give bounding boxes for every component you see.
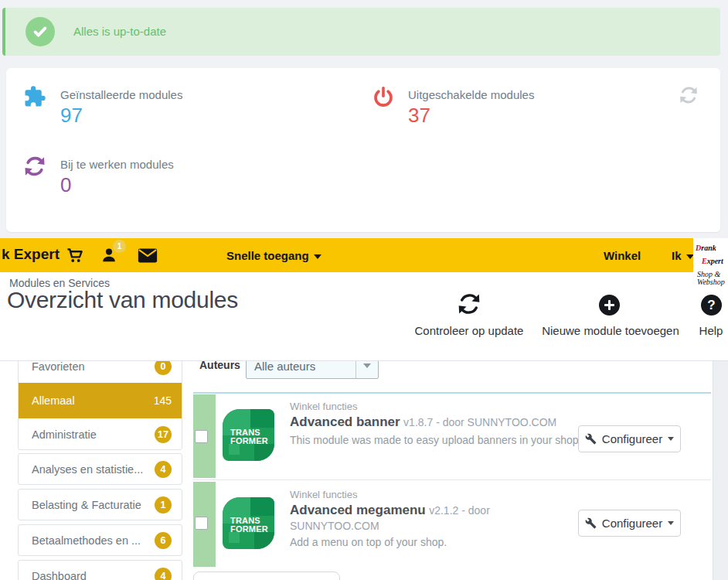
modules-stats-card: Geïnstalleerde modules 97 Uitgeschakelde…: [6, 68, 720, 232]
logo-text-line: FORMER: [230, 525, 268, 534]
update-modules-value: 0: [60, 173, 174, 197]
count-badge: 17: [155, 426, 172, 443]
configure-button[interactable]: Configureer: [578, 425, 681, 452]
count-text: 145: [154, 394, 172, 407]
quick-access-label: Snelle toegang: [226, 249, 309, 262]
update-modules-label: Bij te werken modules: [60, 158, 174, 171]
logo-text-line: FORMER: [230, 437, 268, 445]
add-module-label[interactable]: Nieuwe module toevoegen: [539, 324, 682, 337]
alert-message: Alles is up-to-date: [73, 25, 166, 38]
module-category: Winkel functies: [290, 489, 553, 500]
me-menu[interactable]: Ik: [672, 249, 694, 262]
sidebar-item-label: Dashboard: [32, 570, 87, 580]
logo-text: xpert: [707, 257, 723, 265]
module-row-advanced-banner: TRANS FORMER Winkel functies Advanced ba…: [193, 394, 711, 478]
wrench-icon: [585, 433, 597, 445]
update-modules-icon: [23, 155, 46, 178]
navbar-brand[interactable]: k Expert: [2, 246, 60, 263]
page-header: Modules en Services Overzicht van module…: [0, 272, 728, 361]
module-author: SUNNYTOO.COM: [290, 520, 553, 532]
sidebar-item-label: Favorieten: [32, 360, 85, 373]
add-module-icon[interactable]: [599, 295, 620, 316]
module-logo: TRANS FORMER: [223, 409, 274, 461]
logo-tagline: Shop & Webshop: [696, 271, 728, 287]
module-description: Add a menu on top of your shop.: [290, 534, 553, 550]
count-badge: 4: [155, 461, 172, 478]
top-navbar: k Expert 1 Snelle toegang Winkel Ik: [0, 238, 728, 272]
update-status-banner: Alles is up-to-date: [2, 8, 720, 56]
sidebar-item-administratie[interactable]: Administratie 17: [19, 418, 182, 450]
count-badge: 1: [155, 496, 172, 513]
notification-badge: 1: [113, 240, 126, 253]
module-name: Advanced banner: [290, 415, 400, 429]
sidebar-item-label: Administratie: [32, 428, 97, 441]
module-version-author: v1.8.7 - door SUNNYTOO.COM: [403, 416, 556, 428]
shop-logo: Drank Expert Shop & Webshop: [693, 238, 728, 272]
shop-link[interactable]: Winkel: [604, 249, 641, 262]
count-badge: 4: [155, 568, 172, 580]
installed-modules-value: 97: [60, 104, 182, 128]
row-divider: [193, 479, 711, 480]
quick-access-menu[interactable]: Snelle toegang: [226, 249, 321, 262]
sidebar-item-label: Betaalmethodes en ...: [32, 534, 141, 547]
logo-letter: E: [702, 257, 707, 265]
sidebar-item-belasting[interactable]: Belasting & Facturatie 1: [18, 489, 182, 520]
mail-icon[interactable]: [138, 248, 158, 263]
configure-button-label: Configureer: [602, 432, 662, 445]
sidebar-item-dashboard[interactable]: Dashboard 4: [18, 560, 182, 580]
sidebar-item-label: Belasting & Facturatie: [32, 499, 141, 511]
next-row-partial: [193, 571, 340, 580]
check-circle-icon: [26, 17, 55, 46]
sidebar-category-group: Favorieten 0 Allemaal 145 Administratie …: [18, 350, 182, 450]
refresh-stats-icon[interactable]: [679, 85, 699, 105]
right-gutter: [713, 361, 728, 580]
disabled-modules-value: 37: [408, 104, 534, 128]
help-icon[interactable]: ?: [701, 295, 722, 316]
check-update-label[interactable]: Controleer op update: [410, 324, 528, 337]
count-badge: 6: [155, 532, 172, 549]
cart-icon[interactable]: [66, 247, 84, 264]
module-description: This module was made to easy upload bann…: [290, 432, 583, 448]
module-checkbox[interactable]: [195, 517, 208, 530]
chevron-down-icon: [314, 254, 321, 259]
module-logo: TRANS FORMER: [223, 497, 274, 549]
sidebar-item-betaalmethodes[interactable]: Betaalmethodes en ... 6: [18, 524, 182, 556]
chevron-down-icon: [668, 437, 674, 441]
list-top-divider: [193, 392, 711, 394]
power-icon: [372, 86, 395, 109]
puzzle-icon: [23, 85, 46, 108]
module-info: Winkel functies Advanced megamenu v2.1.2…: [290, 489, 553, 550]
configure-button[interactable]: Configureer: [578, 510, 681, 537]
chevron-down-icon: [668, 521, 674, 525]
installed-modules-label: Geïnstalleerde modules: [60, 88, 182, 101]
module-checkbox[interactable]: [195, 430, 208, 443]
module-version-author: v2.1.2 - door: [429, 504, 490, 517]
help-label[interactable]: Help: [692, 324, 728, 337]
logo-text: rank: [701, 244, 716, 252]
check-update-icon[interactable]: [457, 292, 481, 316]
module-category: Winkel functies: [290, 401, 583, 412]
sidebar-item-analyses[interactable]: Analyses en statistie... 4: [18, 453, 182, 485]
sidebar-item-label: Analyses en statistie...: [32, 463, 143, 476]
module-row-advanced-megamenu: TRANS FORMER Winkel functies Advanced me…: [193, 482, 711, 567]
module-name: Advanced megamenu: [290, 503, 426, 517]
configure-button-label: Configureer: [602, 517, 662, 530]
authors-select-value: Alle auteurs: [247, 360, 315, 373]
module-info: Winkel functies Advanced banner v1.8.7 -…: [290, 401, 583, 448]
wrench-icon: [585, 517, 597, 529]
disabled-modules-label: Uitgeschakelde modules: [408, 88, 534, 101]
page-title: Overzicht van modules: [7, 287, 238, 313]
me-label: Ik: [672, 249, 682, 262]
sidebar-item-label: Allemaal: [32, 394, 75, 407]
sidebar-item-allemaal[interactable]: Allemaal 145: [19, 383, 182, 418]
modules-overview-page: Favorieten 0 Allemaal 145 Administratie …: [0, 0, 728, 580]
question-glyph: ?: [707, 298, 715, 313]
